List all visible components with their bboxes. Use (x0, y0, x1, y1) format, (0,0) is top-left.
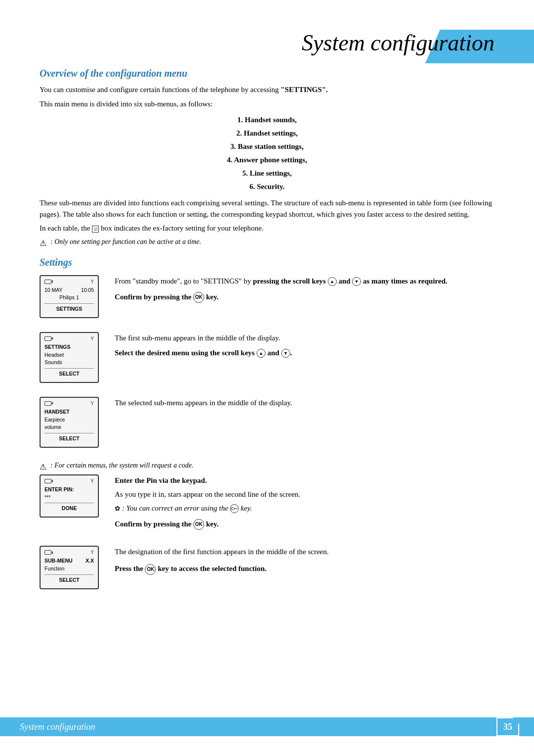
battery-icon-4 (44, 479, 51, 483)
phone-line-date: 10 MAY10:05 (44, 286, 94, 294)
list-item: 6. Security. (40, 180, 494, 193)
instruction-5a: The designation of the first function ap… (115, 546, 494, 558)
warning-note: ⚠ : Only one setting per function can be… (40, 238, 494, 248)
page-number: 35 (503, 722, 512, 732)
settings-content-3: The selected sub-menu appears in the mid… (115, 397, 494, 411)
phone-line-stars: *** (44, 494, 94, 502)
section-heading: Overview of the configuration menu (40, 68, 494, 79)
intro-p2: This main menu is divided into six sub-m… (40, 98, 494, 110)
c-key: C↩ (230, 504, 239, 513)
page-title-area: System configuration (40, 30, 494, 56)
phone-top-bar-3: Y (44, 401, 94, 406)
phone-line-headset: Headset (44, 351, 94, 359)
footer-title: System configuration (20, 722, 95, 732)
list-item: 4. Answer phone settings, (40, 153, 494, 167)
phone-line-submenu: SUB-MENUX.X (44, 557, 94, 565)
scroll-down-key-2: ▼ (281, 349, 290, 358)
warning-certain-text: : For certain menus, the system will req… (50, 462, 193, 470)
ok-key-5: OK (145, 564, 156, 575)
intro-p3: These sub-menus are divided into functio… (40, 197, 494, 220)
list-item: 2. Handset settings, (40, 127, 494, 140)
settings-row-5: Y SUB-MENUX.X Function SELECT The design… (40, 546, 494, 589)
sun-icon: ✿ (115, 504, 120, 514)
battery-icon-5 (44, 550, 51, 555)
antenna-icon-4: Y (90, 478, 94, 484)
ex-factory-symbol: ☑ (92, 226, 99, 233)
warning-certain-menus: ⚠ : For certain menus, the system will r… (40, 462, 494, 472)
phone-top-bar-1: Y (44, 279, 94, 284)
list-item: 1. Handset sounds, (40, 113, 494, 127)
phone-line-sounds: Sounds (44, 359, 94, 367)
instruction-5b: Press the OK key to access the selected … (115, 563, 494, 575)
correct-error-note: ✿ : You can correct an error using the C… (115, 502, 494, 514)
instruction-3: The selected sub-menu appears in the mid… (115, 397, 494, 409)
antenna-icon-2: Y (90, 336, 94, 341)
ex-factory-note: In each table, the ☑ box indicates the e… (40, 223, 494, 234)
phone-line-philips: Philips 1 (44, 294, 94, 302)
phone-display-5: Y SUB-MENUX.X Function SELECT (40, 546, 99, 589)
phone-line-volume: volume (44, 424, 94, 431)
phone-line-select-5: SELECT (44, 576, 94, 584)
phone-divider-4 (44, 503, 94, 503)
antenna-icon-5: Y (90, 550, 94, 555)
warning-icon-2: ⚠ (40, 462, 46, 472)
phone-line-settings: SETTINGS (44, 305, 94, 313)
stars-note: As you type it in, stars appear on the s… (115, 488, 494, 500)
phone-line-select-3: SELECT (44, 435, 94, 443)
battery-icon (44, 280, 51, 284)
phone-divider-2 (44, 368, 94, 369)
phone-line-settings2: SETTINGS (44, 343, 94, 351)
ok-key-1: OK (193, 292, 204, 303)
phone-display-4: Y ENTER PIN: *** DONE (40, 474, 99, 518)
list-item: 5. Line settings, (40, 167, 494, 180)
phone-display-1: Y 10 MAY10:05 Philips 1 SETTINGS (40, 275, 99, 318)
scroll-down-key: ▼ (352, 277, 361, 286)
phone-divider-5 (44, 574, 94, 575)
list-item: 3. Base station settings, (40, 140, 494, 153)
instruction-2a: The first sub-menu appears in the middle… (115, 332, 494, 344)
battery-icon-3 (44, 401, 51, 406)
settings-content-5: The designation of the first function ap… (115, 546, 494, 577)
intro-p1: You can customise and configure certain … (40, 84, 494, 95)
settings-row-4: Y ENTER PIN: *** DONE Enter the Pin via … (40, 474, 494, 532)
phone-top-bar-4: Y (44, 478, 94, 484)
settings-row-1: Y 10 MAY10:05 Philips 1 SETTINGS From "s… (40, 275, 494, 318)
ok-key-4: OK (193, 519, 204, 530)
sub-menus-list: 1. Handset sounds, 2. Handset settings, … (40, 113, 494, 193)
phone-display-3: Y HANDSET Earpiece volume SELECT (40, 397, 99, 448)
instruction-1: From "standby mode", go to "SETTINGS" by… (115, 275, 494, 287)
confirm-4: Confirm by pressing the OK key. (115, 518, 494, 530)
phone-line-handset: HANDSET (44, 408, 94, 416)
phone-top-bar-5: Y (44, 550, 94, 555)
footer-bar: System configuration 35 (0, 717, 534, 736)
settings-heading: Settings (40, 257, 494, 268)
phone-display-2: Y SETTINGS Headset Sounds SELECT (40, 332, 99, 383)
phone-divider-3 (44, 433, 94, 433)
warning-icon: ⚠ (40, 238, 46, 248)
phone-line-function: Function (44, 565, 94, 573)
settings-content-1: From "standby mode", go to "SETTINGS" by… (115, 275, 494, 305)
antenna-icon: Y (90, 279, 94, 284)
confirm-1: Confirm by pressing the OK key. (115, 291, 494, 303)
phone-line-earpiece: Earpiece (44, 416, 94, 424)
page-container: System configuration Overview of the con… (0, 0, 534, 756)
settings-content-2: The first sub-menu appears in the middle… (115, 332, 494, 361)
antenna-icon-3: Y (90, 401, 94, 406)
warning-text: : Only one setting per function can be a… (50, 238, 201, 246)
scroll-up-key: ▲ (328, 277, 337, 286)
phone-top-bar-2: Y (44, 336, 94, 341)
settings-content-4: Enter the Pin via the keypad. As you typ… (115, 474, 494, 532)
page-number-badge: 35 (496, 717, 519, 736)
instruction-2b: Select the desired menu using the scroll… (115, 347, 494, 359)
phone-line-select: SELECT (44, 370, 94, 378)
scroll-up-key-2: ▲ (257, 349, 266, 358)
phone-divider (44, 303, 94, 304)
battery-icon-2 (44, 336, 51, 341)
page-title: System configuration (302, 30, 494, 55)
phone-line-enter-pin: ENTER PIN: (44, 486, 94, 494)
settings-row-2: Y SETTINGS Headset Sounds SELECT The fir… (40, 332, 494, 383)
enter-pin-heading: Enter the Pin via the keypad. (115, 474, 494, 486)
settings-row-3: Y HANDSET Earpiece volume SELECT The sel… (40, 397, 494, 448)
phone-line-done: DONE (44, 505, 94, 513)
